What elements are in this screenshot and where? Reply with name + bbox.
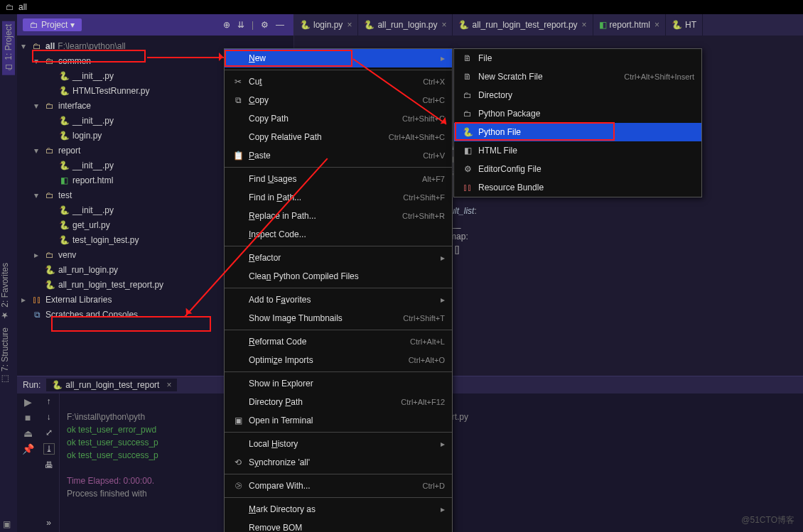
ctx-replace-path[interactable]: Replace in Path...Ctrl+Shift+R <box>225 207 452 225</box>
package-icon: 🗀 <box>461 109 474 119</box>
ctx-dir-path[interactable]: Directory PathCtrl+Alt+F12 <box>225 393 452 411</box>
ctx-reformat[interactable]: Reformat CodeCtrl+Alt+L <box>225 332 452 351</box>
paste-icon: 📋 <box>232 151 244 161</box>
ctx-show-explorer[interactable]: Show in Explorer <box>225 374 452 393</box>
output-line: ok test_user_success_p <box>67 450 158 460</box>
scratch-icon: 🗎 <box>461 72 474 82</box>
exit-icon[interactable]: ⏏ <box>23 428 33 439</box>
close-icon[interactable]: × <box>166 380 171 390</box>
sub-file[interactable]: 🗎File <box>454 49 701 67</box>
editorconfig-icon: ⚙ <box>461 164 474 174</box>
ctx-copy-path[interactable]: Copy PathCtrl+Shift+C <box>225 109 452 128</box>
run-left-toolbar: ▶ ■ ⏏ 📌 <box>17 393 38 532</box>
ctx-cut[interactable]: ✂CutCtrl+X <box>225 72 452 91</box>
tab-reporthtml[interactable]: ◧report.html× <box>593 14 666 36</box>
wrap-icon[interactable]: ⤢ <box>45 428 53 438</box>
project-header: 🗀 Project ▾ ⊕ ⇊ | ⚙ — <box>17 14 293 36</box>
sub-resource-bundle[interactable]: ⫿⫿Resource Bundle <box>454 178 701 197</box>
ctx-optimize[interactable]: Optimize ImportsCtrl+Alt+O <box>225 351 452 369</box>
watermark: @51CTO博客 <box>741 514 794 526</box>
output-line: Process finished with <box>67 489 149 499</box>
stop-icon[interactable]: ■ <box>25 412 31 423</box>
compare-icon: ⧁ <box>232 481 244 491</box>
collapse-icon[interactable]: ⇊ <box>237 20 244 30</box>
arrow-head <box>219 53 227 61</box>
copy-icon: ⧉ <box>232 95 244 105</box>
rail-structure[interactable]: ⬚7: Structure <box>0 327 10 384</box>
ctx-favorites[interactable]: Add to Favorites▸ <box>225 291 452 309</box>
folder-icon: 🗀 <box>6 2 14 12</box>
ctx-remove-bom[interactable]: Remove BOM <box>225 519 452 532</box>
file-icon: 🗎 <box>461 53 474 63</box>
new-submenu: 🗎File 🗎New Scratch FileCtrl+Alt+Shift+In… <box>453 48 702 197</box>
ctx-mark-dir[interactable]: Mark Directory as▸ <box>225 500 452 519</box>
folder-icon: 🗀 <box>461 90 474 100</box>
bundle-icon: ⫿⫿ <box>461 183 474 192</box>
ctx-thumbnails[interactable]: Show Image ThumbnailsCtrl+Shift+T <box>225 309 452 327</box>
rail-project[interactable]: 🗀1: Project <box>2 21 15 75</box>
rerun-icon[interactable]: ▶ <box>24 396 32 408</box>
ctx-copy-rel[interactable]: Copy Relative PathCtrl+Alt+Shift+C <box>225 128 452 146</box>
editor-tabs: 🐍login.py× 🐍all_run_login.py× 🐍all_run_l… <box>294 14 803 36</box>
python-icon: 🐍 <box>461 127 474 137</box>
output-line: ok test_user_success_p <box>67 438 158 447</box>
target-icon[interactable]: ⊕ <box>223 20 230 30</box>
sync-icon: ⟲ <box>232 457 244 467</box>
cut-icon: ✂ <box>232 77 244 87</box>
tab-allrunreport[interactable]: 🐍all_run_login_test_report.py× <box>453 14 593 36</box>
close-icon[interactable]: × <box>347 20 352 30</box>
context-menu: New▸ ✂CutCtrl+X ⧉CopyCtrl+C Copy PathCtr… <box>224 48 453 532</box>
ctx-find-path[interactable]: Find in Path...Ctrl+Shift+F <box>225 188 452 207</box>
tab-allrun[interactable]: 🐍all_run_login.py× <box>358 14 453 36</box>
ctx-copy[interactable]: ⧉CopyCtrl+C <box>225 91 452 109</box>
ctx-local-history[interactable]: Local History▸ <box>225 435 452 453</box>
ctx-compare[interactable]: ⧁Compare With...Ctrl+D <box>225 477 452 495</box>
ctx-find-usages[interactable]: Find UsagesAlt+F7 <box>225 170 452 188</box>
output-line: ok test_user_error_pwd <box>67 425 156 435</box>
bottom-rail: ★2: Favorites ⬚7: Structure <box>0 256 17 391</box>
down-icon[interactable]: ↓ <box>47 412 51 422</box>
ctx-refactor[interactable]: Refactor▸ <box>225 249 452 267</box>
project-view-dropdown[interactable]: 🗀 Project ▾ <box>23 18 82 31</box>
terminal-icon: ▣ <box>232 416 244 425</box>
sub-html-file[interactable]: ◧HTML File <box>454 141 701 160</box>
hide-icon[interactable]: — <box>276 20 284 30</box>
sub-scratch[interactable]: 🗎New Scratch FileCtrl+Alt+Shift+Insert <box>454 67 701 86</box>
sub-python-file[interactable]: 🐍Python File <box>454 123 701 141</box>
up-icon[interactable]: ↑ <box>47 396 51 406</box>
window-title: all <box>18 2 27 12</box>
output-line: Time Elapsed: 0:00:00. <box>67 476 154 486</box>
rail-favorites[interactable]: ★2: Favorites <box>0 263 10 320</box>
run-label: Run: <box>23 380 41 390</box>
tab-login[interactable]: 🐍login.py× <box>294 14 358 36</box>
print-icon[interactable]: 🖶 <box>45 460 53 470</box>
run-tab[interactable]: 🐍all_run_login_test_report× <box>46 379 177 391</box>
titlebar: 🗀 all <box>0 0 803 14</box>
scroll-icon[interactable]: ⤓ <box>43 443 55 455</box>
ctx-sync[interactable]: ⟲Synchronize 'all' <box>225 453 452 472</box>
run-left-toolbar2: ↑ ↓ ⤢ ⤓ 🖶 » <box>38 393 60 532</box>
ctx-paste[interactable]: 📋PasteCtrl+V <box>225 146 452 165</box>
close-icon[interactable]: × <box>441 20 446 30</box>
tool-windows-icon[interactable]: ▣ <box>3 519 11 529</box>
ctx-new[interactable]: New▸ <box>225 49 452 67</box>
ctx-inspect[interactable]: Inspect Code... <box>225 225 452 244</box>
output-line: F:\install\python\pyth <box>67 412 145 422</box>
html-icon: ◧ <box>461 146 474 156</box>
close-icon[interactable]: × <box>654 20 659 30</box>
sub-directory[interactable]: 🗀Directory <box>454 86 701 104</box>
sub-editorconfig[interactable]: ⚙EditorConfig File <box>454 160 701 178</box>
sub-python-package[interactable]: 🗀Python Package <box>454 104 701 123</box>
tab-ht[interactable]: 🐍HT <box>666 14 703 36</box>
close-icon[interactable]: × <box>582 20 587 30</box>
pin-icon[interactable]: 📌 <box>22 443 34 455</box>
ctx-terminal[interactable]: ▣Open in Terminal <box>225 411 452 430</box>
ctx-clean[interactable]: Clean Python Compiled Files <box>225 267 452 286</box>
settings-icon[interactable]: ⚙ <box>261 20 269 30</box>
more-icon[interactable]: » <box>46 518 51 528</box>
